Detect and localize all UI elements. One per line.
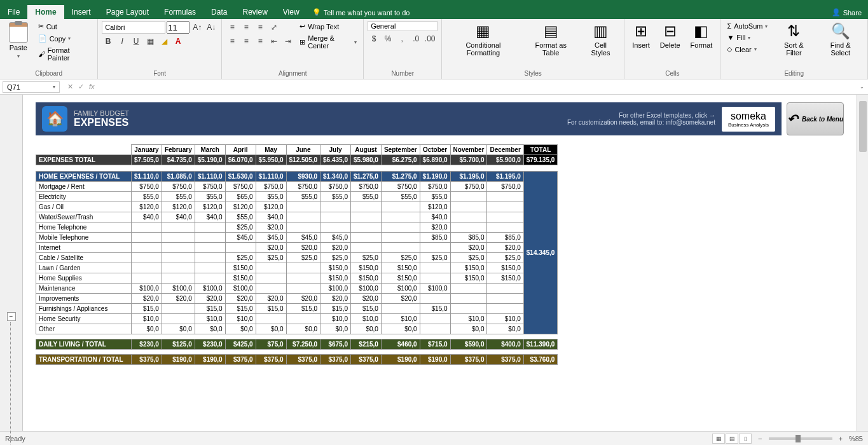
- table-cell[interactable]: $715,0: [420, 339, 450, 350]
- table-cell[interactable]: [132, 233, 162, 243]
- tell-me[interactable]: 💡Tell me what you want to do: [307, 6, 415, 19]
- bold-button[interactable]: B: [102, 35, 114, 48]
- table-cell[interactable]: $10,0: [195, 314, 225, 324]
- daily-section-total[interactable]: $11.390,0: [523, 339, 558, 350]
- table-cell[interactable]: $150,0: [487, 273, 523, 284]
- table-cell[interactable]: $15,0: [350, 304, 381, 314]
- fill-color-button[interactable]: ◢: [158, 35, 170, 48]
- row-label[interactable]: Home Security: [36, 314, 132, 324]
- table-cell[interactable]: $1.195,0: [487, 172, 523, 182]
- table-cell[interactable]: $190,0: [162, 355, 195, 365]
- tab-file[interactable]: File: [0, 5, 27, 19]
- row-label[interactable]: Mortgage / Rent: [36, 182, 132, 192]
- table-cell[interactable]: [132, 273, 162, 284]
- table-cell[interactable]: $25,0: [420, 253, 450, 263]
- table-cell[interactable]: $55,0: [256, 192, 286, 202]
- borders-button[interactable]: ▦: [144, 35, 156, 48]
- table-cell[interactable]: $25,0: [256, 253, 286, 263]
- table-cell[interactable]: [381, 212, 420, 222]
- table-cell[interactable]: $1.110,0: [195, 172, 225, 182]
- indent-dec-icon[interactable]: ⇤: [268, 35, 280, 48]
- table-cell[interactable]: $0,0: [350, 324, 381, 334]
- table-cell[interactable]: [381, 243, 420, 253]
- table-cell[interactable]: $0,0: [487, 324, 523, 334]
- table-cell[interactable]: $100,0: [420, 284, 450, 294]
- table-cell[interactable]: $750,0: [420, 182, 450, 192]
- table-cell[interactable]: [195, 273, 225, 284]
- table-cell[interactable]: $150,0: [487, 263, 523, 273]
- table-cell[interactable]: $120,0: [420, 202, 450, 212]
- format-as-table-button[interactable]: ▤Format as Table: [523, 21, 579, 58]
- table-cell[interactable]: $25,0: [487, 253, 523, 263]
- table-cell[interactable]: $375,0: [350, 355, 381, 365]
- table-cell[interactable]: [256, 314, 286, 324]
- table-cell[interactable]: $75,0: [256, 339, 286, 350]
- tab-data[interactable]: Data: [203, 5, 235, 19]
- page-break-view-button[interactable]: ▯: [739, 434, 752, 444]
- table-cell[interactable]: [286, 314, 320, 324]
- format-painter-button[interactable]: 🖌Format Painter: [36, 45, 94, 63]
- table-cell[interactable]: $7.250,0: [286, 339, 320, 350]
- italic-button[interactable]: I: [116, 35, 128, 48]
- home-section-total[interactable]: $14.345,0: [523, 172, 558, 334]
- tab-formulas[interactable]: Formulas: [156, 5, 203, 19]
- align-center-icon[interactable]: ≡: [240, 35, 252, 48]
- table-cell[interactable]: $120,0: [195, 202, 225, 212]
- copy-button[interactable]: 📄Copy ▾: [36, 33, 94, 44]
- table-cell[interactable]: [132, 263, 162, 273]
- increase-font-icon[interactable]: A↑: [191, 21, 203, 34]
- table-cell[interactable]: $1.195,0: [450, 172, 487, 182]
- row-label[interactable]: Electricity: [36, 192, 132, 202]
- row-label[interactable]: Internet: [36, 243, 132, 253]
- table-cell[interactable]: $1.530,0: [225, 172, 256, 182]
- indent-inc-icon[interactable]: ⇥: [282, 35, 294, 48]
- table-cell[interactable]: $0,0: [381, 324, 420, 334]
- table-cell[interactable]: $1.275,0: [381, 172, 420, 182]
- table-cell[interactable]: $55,0: [350, 192, 381, 202]
- table-cell[interactable]: $25,0: [286, 253, 320, 263]
- name-box[interactable]: Q71▾: [3, 81, 60, 93]
- table-cell[interactable]: $5.900,0: [487, 155, 523, 165]
- table-cell[interactable]: $65,0: [225, 192, 256, 202]
- table-cell[interactable]: $6.890,0: [420, 155, 450, 165]
- clear-button[interactable]: ◇Clear ▾: [724, 44, 770, 55]
- page-layout-view-button[interactable]: ▤: [726, 434, 738, 444]
- table-cell[interactable]: $1.275,0: [350, 172, 381, 182]
- table-cell[interactable]: [487, 222, 523, 233]
- table-cell[interactable]: $55,0: [195, 192, 225, 202]
- row-label[interactable]: Maintenance: [36, 284, 132, 294]
- table-cell[interactable]: [487, 212, 523, 222]
- table-cell[interactable]: $150,0: [225, 263, 256, 273]
- table-cell[interactable]: [195, 243, 225, 253]
- table-cell[interactable]: $375,0: [487, 355, 523, 365]
- table-cell[interactable]: [487, 284, 523, 294]
- table-cell[interactable]: [350, 212, 381, 222]
- wrap-text-button[interactable]: ↩Wrap Text: [297, 21, 359, 32]
- table-cell[interactable]: $20,0: [195, 294, 225, 304]
- table-cell[interactable]: [286, 273, 320, 284]
- table-cell[interactable]: [350, 243, 381, 253]
- row-label[interactable]: Mobile Telephone: [36, 233, 132, 243]
- table-cell[interactable]: [487, 304, 523, 314]
- tab-page-layout[interactable]: Page Layout: [99, 5, 156, 19]
- table-cell[interactable]: $20,0: [350, 294, 381, 304]
- table-cell[interactable]: $10,0: [381, 314, 420, 324]
- table-cell[interactable]: $100,0: [381, 284, 420, 294]
- decrease-font-icon[interactable]: A↓: [205, 21, 217, 34]
- table-cell[interactable]: $150,0: [381, 263, 420, 273]
- table-cell[interactable]: $1.085,0: [162, 172, 195, 182]
- table-cell[interactable]: $1.110,0: [132, 172, 162, 182]
- table-cell[interactable]: $55,0: [286, 192, 320, 202]
- table-cell[interactable]: [256, 263, 286, 273]
- table-cell[interactable]: [381, 233, 420, 243]
- table-cell[interactable]: [350, 233, 381, 243]
- table-cell[interactable]: $125,0: [162, 339, 195, 350]
- table-cell[interactable]: [420, 263, 450, 273]
- table-cell[interactable]: $25,0: [450, 253, 487, 263]
- table-cell[interactable]: $230,0: [132, 339, 162, 350]
- table-cell[interactable]: $45,0: [256, 233, 286, 243]
- table-cell[interactable]: [420, 324, 450, 334]
- inc-decimal-icon[interactable]: .0: [410, 32, 422, 45]
- table-cell[interactable]: $20,0: [450, 243, 487, 253]
- table-cell[interactable]: [132, 253, 162, 263]
